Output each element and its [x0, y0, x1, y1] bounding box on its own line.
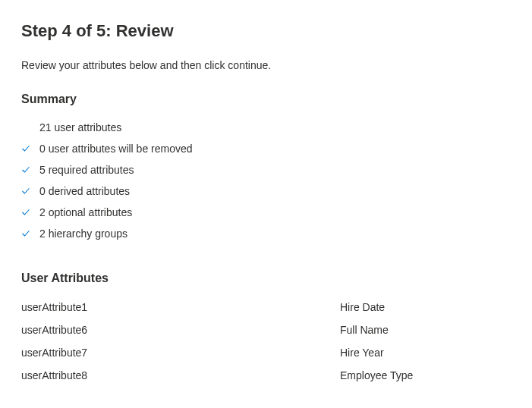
attr-cell: userAttribute6 [21, 319, 340, 341]
summary-item-text: 2 optional attributes [39, 206, 132, 218]
attr-col-right: Hire Date Full Name Hire Year Employee T… [340, 296, 413, 387]
user-attributes-heading: User Attributes [21, 271, 511, 285]
check-icon [21, 229, 36, 238]
summary-item: 2 hierarchy groups [21, 223, 511, 244]
summary-item: 21 user attributes [21, 117, 511, 138]
attr-cell: Hire Date [340, 296, 413, 319]
summary-item-text: 2 hierarchy groups [39, 228, 127, 240]
attr-cell: userAttribute7 [21, 341, 340, 364]
summary-item: 0 derived attributes [21, 180, 511, 202]
check-icon [21, 165, 36, 174]
check-icon [21, 187, 36, 196]
summary-item: 2 optional attributes [21, 202, 511, 223]
attr-cell: userAttribute1 [21, 296, 340, 319]
page-title: Step 4 of 5: Review [21, 21, 511, 41]
attr-cell: userAttribute8 [21, 364, 340, 387]
summary-item-text: 0 derived attributes [39, 185, 130, 197]
summary-item-text: 5 required attributes [39, 164, 134, 176]
check-icon [21, 208, 36, 217]
summary-item-text: 0 user attributes will be removed [39, 143, 193, 155]
user-attributes-table: userAttribute1 userAttribute6 userAttrib… [21, 296, 511, 387]
summary-item: 5 required attributes [21, 159, 511, 180]
attr-cell: Employee Type [340, 364, 413, 387]
summary-heading: Summary [21, 93, 511, 106]
intro-text: Review your attributes below and then cl… [21, 59, 511, 71]
attr-cell: Full Name [340, 319, 413, 341]
attr-col-left: userAttribute1 userAttribute6 userAttrib… [21, 296, 340, 387]
summary-item-text: 21 user attributes [39, 121, 121, 133]
attr-cell: Hire Year [340, 341, 413, 364]
check-icon [21, 144, 36, 153]
summary-item: 0 user attributes will be removed [21, 138, 511, 159]
summary-list: 21 user attributes 0 user attributes wil… [21, 117, 511, 244]
